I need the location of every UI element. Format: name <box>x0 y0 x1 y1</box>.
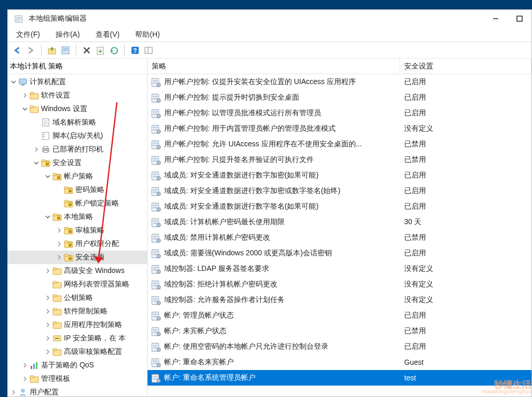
help-button[interactable] <box>129 44 141 57</box>
window-title: 本地组策略编辑器 <box>29 14 484 23</box>
policy-row[interactable]: 用户帐户控制: 仅提升安装在安全位置的 UIAccess 应用程序已启用 <box>148 74 531 90</box>
menu-action[interactable]: 操作(A) <box>54 29 82 40</box>
policy-list[interactable]: 用户帐户控制: 仅提升安装在安全位置的 UIAccess 应用程序已启用用户帐户… <box>148 74 531 396</box>
minimize-button[interactable] <box>484 11 508 26</box>
tree-item[interactable]: 脚本(启动/关机) <box>8 129 147 143</box>
policy-row[interactable]: 用户帐户控制: 允许 UIAccess 应用程序在不使用安全桌面的...已禁用 <box>148 136 531 152</box>
tree-item-label: 用户配置 <box>30 388 59 396</box>
tree-item[interactable]: 本地策略 <box>8 210 147 224</box>
menu-file[interactable]: 文件(F) <box>14 29 42 40</box>
forward-button[interactable] <box>24 44 37 57</box>
policy-row[interactable]: 帐户: 管理员帐户状态已启用 <box>148 308 531 323</box>
tree-item-label: IP 安全策略，在 本 <box>64 334 126 343</box>
policy-row[interactable]: 用户帐户控制: 只提升签名并验证的可执行文件已禁用 <box>148 152 531 168</box>
tree-item[interactable]: 用户权限分配 <box>8 237 147 251</box>
policy-row[interactable]: 域成员: 禁用计算机帐户密码更改已禁用 <box>148 230 531 245</box>
policy-row[interactable]: 域控制器: 拒绝计算机帐户密码更改没有定义 <box>148 277 531 292</box>
window: 本地组策略编辑器 文件(F) 操作(A) 查看(V) 帮助(H) 本地计算机 策… <box>7 9 532 397</box>
policy-icon <box>151 77 161 87</box>
tree-item[interactable]: 帐户锁定策略 <box>8 197 147 210</box>
tree-item[interactable]: 已部署的打印机 <box>8 143 147 156</box>
delete-button[interactable] <box>81 44 93 57</box>
chevron-down-icon[interactable] <box>10 78 17 86</box>
chevron-down-icon[interactable] <box>21 105 29 113</box>
titlebar[interactable]: 本地组策略编辑器 <box>8 10 531 28</box>
tree-item[interactable]: 用户配置 <box>8 386 147 396</box>
chevron-down-icon[interactable] <box>44 173 51 180</box>
chevron-right-icon[interactable] <box>56 240 63 248</box>
svg-rect-40 <box>517 16 522 21</box>
tree-item[interactable]: 安全选项 <box>8 251 147 264</box>
back-button[interactable] <box>11 44 23 57</box>
policy-icon <box>151 108 161 118</box>
chevron-right-icon[interactable] <box>44 335 51 342</box>
tree-item[interactable]: 域名解析策略 <box>8 116 147 129</box>
watermark-subtext: miaodongshenghuo <box>482 389 531 394</box>
column-header-policy[interactable]: 策略 <box>148 59 400 74</box>
chevron-right-icon[interactable] <box>33 146 40 153</box>
tree-item[interactable]: 管理模板 <box>8 372 147 386</box>
up-button[interactable] <box>46 44 58 57</box>
policy-name: 域成员: 计算机帐户密码最长使用期限 <box>164 217 285 227</box>
export-button[interactable] <box>94 44 107 57</box>
tree-item[interactable]: 基于策略的 QoS <box>8 359 147 372</box>
policy-row[interactable]: 用户帐户控制: 提示提升时切换到安全桌面已启用 <box>148 90 531 105</box>
policy-row[interactable]: 域成员: 需要强(Windows 2000 或更高版本)会话密钥已启用 <box>148 245 531 261</box>
tree-item[interactable]: IP 安全策略，在 本 <box>8 332 147 345</box>
chevron-right-icon[interactable] <box>44 308 51 315</box>
tree-item-label: 脚本(启动/关机) <box>52 131 103 141</box>
policy-row[interactable]: 帐户: 使用空密码的本地帐户只允许进行控制台登录已启用 <box>148 339 531 354</box>
tree-item[interactable]: 高级安全 Windows <box>8 264 147 278</box>
policy-setting: 没有定义 <box>400 280 531 289</box>
tree-item[interactable]: 安全设置 <box>8 156 147 170</box>
show-panes-button[interactable] <box>142 44 155 57</box>
policy-row[interactable]: 域成员: 对安全通道数据进行数字加密或数字签名(始终)已启用 <box>148 183 531 199</box>
properties-button[interactable] <box>59 44 72 57</box>
policy-row[interactable]: 域成员: 计算机帐户密码最长使用期限30 天 <box>148 214 531 230</box>
policy-row[interactable]: 域控制器: 允许服务器操作者计划任务没有定义 <box>148 292 531 308</box>
tree[interactable]: 计算机配置软件设置Windows 设置域名解析策略脚本(启动/关机)已部署的打印… <box>8 74 147 396</box>
policy-row[interactable]: 用户帐户控制: 以管理员批准模式运行所有管理员已启用 <box>148 105 531 121</box>
policy-row[interactable]: 帐户: 重命名系统管理员帐户test <box>148 370 531 386</box>
chevron-down-icon[interactable] <box>44 213 51 221</box>
policy-row[interactable]: 域控制器: LDAP 服务器签名要求没有定义 <box>148 261 531 277</box>
tree-root-label[interactable]: 本地计算机 策略 <box>8 59 147 74</box>
menu-view[interactable]: 查看(V) <box>94 29 122 40</box>
chevron-right-icon[interactable] <box>56 254 63 261</box>
chevron-right-icon[interactable] <box>21 92 29 99</box>
policy-row[interactable]: 用户帐户控制: 用于内置管理员帐户的管理员批准模式没有定义 <box>148 121 531 136</box>
menu-help[interactable]: 帮助(H) <box>133 29 162 40</box>
chevron-right-icon[interactable] <box>44 321 51 328</box>
tree-item[interactable]: 软件限制策略 <box>8 305 147 318</box>
tree-item[interactable]: 应用程序控制策略 <box>8 318 147 332</box>
maximize-button[interactable] <box>508 11 531 26</box>
chevron-right-icon[interactable] <box>56 227 63 234</box>
policy-row[interactable]: 域成员: 对安全通道数据进行数字加密(如果可能)已启用 <box>148 168 531 183</box>
tree-item[interactable]: Windows 设置 <box>8 102 147 116</box>
tree-item[interactable]: 审核策略 <box>8 224 147 237</box>
chevron-right-icon[interactable] <box>21 362 29 369</box>
tree-item[interactable]: 高级审核策略配置 <box>8 345 147 359</box>
chevron-down-icon[interactable] <box>33 159 40 167</box>
policy-icon <box>151 310 161 321</box>
tree-item[interactable]: 软件设置 <box>8 89 147 102</box>
policy-name: 域控制器: 允许服务器操作者计划任务 <box>164 295 285 305</box>
tree-item-label: 本地策略 <box>64 212 93 222</box>
refresh-button[interactable] <box>108 44 120 57</box>
tree-item[interactable]: 密码策略 <box>8 183 147 197</box>
tree-item[interactable]: 帐户策略 <box>8 170 147 183</box>
chevron-right-icon[interactable] <box>44 348 51 355</box>
policy-row[interactable]: 帐户: 重命名来宾帐户Guest <box>148 354 531 370</box>
tree-item[interactable]: 网络列表管理器策略 <box>8 278 147 291</box>
policy-row[interactable]: 域成员: 对安全通道数据进行数字签名(如果可能)已启用 <box>148 199 531 214</box>
tree-item[interactable]: 公钥策略 <box>8 291 147 305</box>
tree-item[interactable]: 计算机配置 <box>8 75 147 89</box>
policy-icon <box>151 170 161 181</box>
chevron-right-icon[interactable] <box>44 267 51 275</box>
policy-row[interactable]: 帐户: 来宾帐户状态已禁用 <box>148 323 531 339</box>
chevron-right-icon[interactable] <box>44 294 51 302</box>
chevron-right-icon[interactable] <box>10 389 17 396</box>
tree-item-label: 高级安全 Windows <box>64 266 125 276</box>
column-header-setting[interactable]: 安全设置 <box>400 59 531 74</box>
chevron-right-icon[interactable] <box>21 375 29 382</box>
